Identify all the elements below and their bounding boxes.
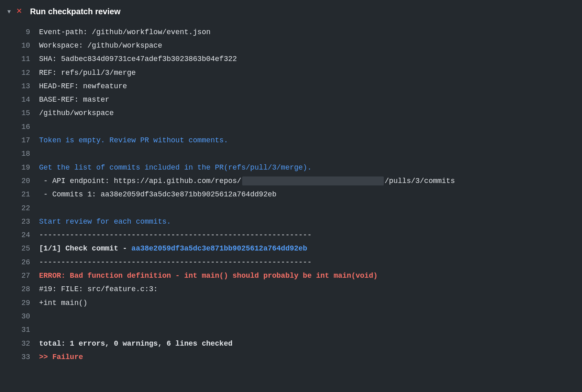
log-text-segment: Token is empty. Review PR without commen… bbox=[39, 136, 228, 144]
log-line: 29+int main() bbox=[0, 296, 582, 310]
line-number: 31 bbox=[0, 323, 39, 337]
line-number: 17 bbox=[0, 134, 39, 147]
log-line: 15/github/workspace bbox=[0, 107, 582, 120]
log-text-segment: aa38e2059df3a5dc3e871bb9025612a764dd92eb bbox=[131, 244, 307, 253]
log-line: 9Event-path: /github/workflow/event.json bbox=[0, 26, 582, 39]
line-number: 15 bbox=[0, 107, 39, 120]
log-text-segment: Get the list of commits included in the … bbox=[39, 163, 312, 172]
line-content: Token is empty. Review PR without commen… bbox=[39, 134, 582, 147]
line-content: Event-path: /github/workflow/event.json bbox=[39, 26, 582, 39]
line-number: 32 bbox=[0, 337, 39, 351]
log-text-segment: total: 1 errors, 0 warnings, 6 lines che… bbox=[39, 340, 232, 348]
line-content: /github/workspace bbox=[39, 107, 582, 120]
log-text-segment: Workspace: /github/workspace bbox=[39, 41, 162, 50]
line-number: 21 bbox=[0, 188, 39, 201]
line-number: 13 bbox=[0, 80, 39, 93]
line-number: 26 bbox=[0, 256, 39, 269]
line-content bbox=[39, 310, 582, 323]
line-content: Start review for each commits. bbox=[39, 215, 582, 229]
log-line: 13HEAD-REF: newfeature bbox=[0, 80, 582, 93]
log-text-segment: #19: FILE: src/feature.c:3: bbox=[39, 285, 158, 293]
log-line: 10Workspace: /github/workspace bbox=[0, 39, 582, 52]
line-content: - API endpoint: https://api.github.com/r… bbox=[39, 174, 582, 188]
line-number: 24 bbox=[0, 229, 39, 242]
line-number: 22 bbox=[0, 202, 39, 215]
log-text-segment: /github/workspace bbox=[39, 109, 114, 117]
log-line: 22 bbox=[0, 202, 582, 215]
log-line: 12REF: refs/pull/3/merge bbox=[0, 66, 582, 80]
log-line: 30 bbox=[0, 310, 582, 323]
log-line: 17Token is empty. Review PR without comm… bbox=[0, 134, 582, 147]
log-text-segment: BASE-REF: master bbox=[39, 96, 109, 104]
log-text-segment: SHA: 5adbec834d09731ce47adef3b3023863b04… bbox=[39, 55, 237, 63]
line-number: 28 bbox=[0, 283, 39, 296]
line-number: 19 bbox=[0, 161, 39, 174]
log-text-segment: ERROR: Bad function definition - int mai… bbox=[39, 272, 378, 280]
log-text-segment: ----------------------------------------… bbox=[39, 231, 312, 239]
line-number: 11 bbox=[0, 52, 39, 66]
log-text-segment: - Commits 1: aa38e2059df3a5dc3e871bb9025… bbox=[39, 190, 276, 198]
line-number: 20 bbox=[0, 174, 39, 188]
log-line: 11SHA: 5adbec834d09731ce47adef3b3023863b… bbox=[0, 52, 582, 66]
line-content: ERROR: Bad function definition - int mai… bbox=[39, 269, 582, 283]
line-content: Get the list of commits included in the … bbox=[39, 161, 582, 174]
redacted-segment bbox=[242, 176, 384, 185]
log-text-segment: Start review for each commits. bbox=[39, 218, 171, 226]
line-content: HEAD-REF: newfeature bbox=[39, 80, 582, 93]
line-content bbox=[39, 120, 582, 134]
step-header[interactable]: ▲ ✕ Run checkpatch review bbox=[0, 0, 582, 26]
log-line: 32total: 1 errors, 0 warnings, 6 lines c… bbox=[0, 337, 582, 351]
line-content: ----------------------------------------… bbox=[39, 256, 582, 269]
line-content: Workspace: /github/workspace bbox=[39, 39, 582, 52]
line-content bbox=[39, 202, 582, 215]
log-text-segment: [1/1] Check commit - bbox=[39, 244, 131, 253]
line-number: 25 bbox=[0, 242, 39, 255]
log-text-segment: HEAD-REF: newfeature bbox=[39, 82, 127, 90]
x-failure-icon: ✕ bbox=[16, 3, 22, 20]
line-number: 33 bbox=[0, 351, 39, 364]
log-text-segment: >> bbox=[39, 353, 52, 361]
step-title: Run checkpatch review bbox=[30, 4, 120, 19]
line-content: REF: refs/pull/3/merge bbox=[39, 66, 582, 80]
line-number: 12 bbox=[0, 66, 39, 80]
line-number: 27 bbox=[0, 269, 39, 283]
log-line: 31 bbox=[0, 323, 582, 337]
line-number: 29 bbox=[0, 296, 39, 310]
log-text-segment: Event-path: /github/workflow/event.json bbox=[39, 28, 210, 36]
line-content: #19: FILE: src/feature.c:3: bbox=[39, 283, 582, 296]
line-number: 14 bbox=[0, 93, 39, 107]
line-content: SHA: 5adbec834d09731ce47adef3b3023863b04… bbox=[39, 52, 582, 66]
log-line: 27ERROR: Bad function definition - int m… bbox=[0, 269, 582, 283]
line-content: ----------------------------------------… bbox=[39, 229, 582, 242]
log-line: 21 - Commits 1: aa38e2059df3a5dc3e871bb9… bbox=[0, 188, 582, 201]
line-number: 23 bbox=[0, 215, 39, 229]
chevron-down-icon: ▲ bbox=[7, 6, 11, 17]
line-number: 9 bbox=[0, 26, 39, 39]
log-line: 14BASE-REF: master bbox=[0, 93, 582, 107]
line-content: - Commits 1: aa38e2059df3a5dc3e871bb9025… bbox=[39, 188, 582, 201]
line-content bbox=[39, 323, 582, 337]
line-content: total: 1 errors, 0 warnings, 6 lines che… bbox=[39, 337, 582, 351]
log-line: 20 - API endpoint: https://api.github.co… bbox=[0, 174, 582, 188]
log-line: 16 bbox=[0, 120, 582, 134]
log-line: 25[1/1] Check commit - aa38e2059df3a5dc3… bbox=[0, 242, 582, 255]
log-text-segment: ----------------------------------------… bbox=[39, 258, 312, 266]
line-content: >> Failure bbox=[39, 351, 582, 364]
log-line: 33>> Failure bbox=[0, 351, 582, 364]
log-line: 23Start review for each commits. bbox=[0, 215, 582, 229]
log-text-segment: Failure bbox=[52, 353, 83, 361]
log-line: 18 bbox=[0, 147, 582, 161]
line-content: +int main() bbox=[39, 296, 582, 310]
log-text-segment: /pulls/3/commits bbox=[385, 177, 455, 185]
line-content: BASE-REF: master bbox=[39, 93, 582, 107]
log-line: 26--------------------------------------… bbox=[0, 256, 582, 269]
log-line: 28#19: FILE: src/feature.c:3: bbox=[0, 283, 582, 296]
log-text-segment: - API endpoint: https://api.github.com/r… bbox=[39, 177, 241, 185]
line-content: [1/1] Check commit - aa38e2059df3a5dc3e8… bbox=[39, 242, 582, 255]
log-text-segment: +int main() bbox=[39, 299, 88, 307]
log-text-segment: REF: refs/pull/3/merge bbox=[39, 69, 136, 77]
log-line: 24--------------------------------------… bbox=[0, 229, 582, 242]
line-content bbox=[39, 147, 582, 161]
line-number: 16 bbox=[0, 120, 39, 134]
log-line: 19Get the list of commits included in th… bbox=[0, 161, 582, 174]
